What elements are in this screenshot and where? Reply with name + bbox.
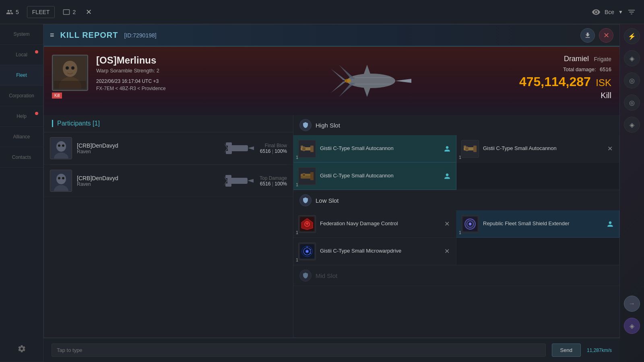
participant-avatar-2 xyxy=(50,170,72,192)
sidebar-label-local: Local xyxy=(16,52,27,58)
modal-close-button[interactable]: ✕ xyxy=(599,28,613,43)
svg-rect-24 xyxy=(226,142,232,146)
pilot-name: [OS]Merlinus xyxy=(96,55,166,66)
ship-name: Dramiel xyxy=(564,55,589,63)
hamburger-icon[interactable]: ≡ xyxy=(50,31,54,39)
export-button[interactable] xyxy=(580,28,595,43)
raven-ship-svg-2 xyxy=(223,172,254,190)
sidebar-item-system[interactable]: System xyxy=(0,24,43,45)
sidebar-label-alliance: Alliance xyxy=(13,134,30,140)
svg-point-64 xyxy=(306,250,308,253)
right-icon-6[interactable]: → xyxy=(624,296,640,312)
svg-rect-35 xyxy=(225,175,231,178)
low-slot-item-1-right[interactable]: 1 + Republic Fleet Small Shield Extender xyxy=(456,210,619,238)
right-icon-2[interactable]: ◈ xyxy=(624,50,640,66)
fitted-icon-2 xyxy=(443,172,451,180)
high-slot-items: 1 Gistii C-Type Small Autocannon xyxy=(293,135,619,190)
participants-panel: Participants [1] [CRB]DenDavyd Raven xyxy=(44,115,293,337)
ship-svg xyxy=(315,53,411,109)
svg-rect-40 xyxy=(310,146,314,152)
remove-item-1r[interactable]: ✕ xyxy=(606,143,614,154)
pilot-avatar xyxy=(52,55,88,91)
svg-marker-11 xyxy=(363,86,371,97)
svg-rect-36 xyxy=(225,183,231,187)
sidebar-item-help[interactable]: Help xyxy=(0,106,43,127)
med-slot-section-partial: Mid Slot xyxy=(293,265,619,286)
sidebar-item-contacts[interactable]: Contacts xyxy=(0,147,43,168)
svg-point-18 xyxy=(56,141,66,152)
high-slot-item-1[interactable]: 1 Gistii C-Type Small Autocannon xyxy=(293,135,456,162)
high-slot-title: High Slot xyxy=(316,122,340,129)
participant-stat-label-2: Top Damage xyxy=(260,175,287,181)
monitor-count: 2 xyxy=(63,8,76,16)
participant-stats-1: Final Blow 6516 | 100% xyxy=(260,143,287,154)
high-item-name-1r: Gistii C-Type Small Autocannon xyxy=(483,145,602,152)
shield-extender-svg: + xyxy=(463,217,477,231)
kill-report-modal: ≡ KILL REPORT [ID:7290198] ✕ xyxy=(43,24,620,338)
low-slot-section: Low Slot 1 + xyxy=(293,190,619,265)
ship-class: Frigate xyxy=(594,56,611,62)
send-button[interactable]: Send xyxy=(552,343,581,357)
med-slot-header-partial: Mid Slot xyxy=(293,265,619,286)
bottom-bar: Send 11,287km/s xyxy=(43,338,620,362)
participant-name-2: [CRB]DenDavyd xyxy=(77,175,218,181)
low-slot-item-1[interactable]: 1 + Federation Navy Damage Control ✕ xyxy=(293,210,456,238)
person-icon-shield xyxy=(606,220,614,228)
participant-face-2 xyxy=(51,171,71,191)
low-slot-item-2[interactable]: 1 xyxy=(293,238,456,265)
pilot-avatar-container: Kill xyxy=(52,55,88,99)
high-slot-icon xyxy=(299,119,312,131)
svg-point-6 xyxy=(347,74,395,88)
participant-entry-2: [CRB]DenDavyd Raven xyxy=(44,165,293,197)
svg-point-3 xyxy=(66,66,69,70)
notification-dot-help xyxy=(35,112,38,115)
participant-name-1: [CRB]DenDavyd xyxy=(77,142,218,149)
sidebar-item-settings[interactable] xyxy=(0,337,43,362)
svg-rect-49 xyxy=(310,172,314,180)
sidebar-item-fleet[interactable]: Fleet xyxy=(0,65,43,86)
med-slot-title-partial: Mid Slot xyxy=(316,272,337,279)
top-bar-left: 5 FLEET 2 ✕ xyxy=(0,6,100,19)
isk-value: 475,114,287 xyxy=(519,74,591,89)
kill-time: 2022/06/23 16:17:04 UTC +3 xyxy=(96,78,166,84)
high-slot-item-2[interactable]: 1 Gistii C-Type Small Autocannon xyxy=(293,162,456,190)
sidebar-item-local[interactable]: Local xyxy=(0,45,43,65)
svg-point-12 xyxy=(345,79,351,83)
participant-info-1: [CRB]DenDavyd Raven xyxy=(77,142,218,154)
participant-avatar-1 xyxy=(50,137,72,159)
remove-low-item-1[interactable]: ✕ xyxy=(443,218,451,229)
dropdown-arrow-icon[interactable]: ▼ xyxy=(618,9,623,15)
participant-ship-1: Raven xyxy=(77,149,218,154)
person-icon-2 xyxy=(443,172,451,180)
filter-label: Все xyxy=(605,9,614,15)
chat-input[interactable] xyxy=(52,343,546,357)
remove-low-item-2[interactable]: ✕ xyxy=(443,246,451,257)
svg-rect-33 xyxy=(227,178,248,184)
shield-extender-icon: + xyxy=(461,215,479,233)
svg-rect-42 xyxy=(301,146,303,147)
users-icon xyxy=(6,8,13,16)
fleet-tab[interactable]: FLEET xyxy=(27,6,55,18)
topbar-close-button[interactable]: ✕ xyxy=(84,6,94,19)
sidebar-item-alliance[interactable]: Alliance xyxy=(0,127,43,147)
low-item-count-1: 1 xyxy=(296,230,298,235)
low-slot-item-2-right xyxy=(456,238,619,265)
right-icon-4[interactable]: ◎ xyxy=(624,95,640,111)
right-sidebar: ⚡ ◈ ◎ ◎ ◈ → ◈ xyxy=(620,24,644,362)
svg-rect-44 xyxy=(473,146,477,152)
fitted-icon-1 xyxy=(443,145,451,153)
svg-marker-23 xyxy=(248,146,254,150)
right-icon-1[interactable]: ⚡ xyxy=(624,28,640,44)
svg-point-45 xyxy=(465,147,469,151)
right-icon-5[interactable]: ◈ xyxy=(624,117,640,133)
right-icon-3[interactable]: ◎ xyxy=(624,72,640,88)
right-icon-bottom[interactable]: ◈ xyxy=(624,318,640,334)
isk-label: ISK xyxy=(596,77,611,88)
svg-point-21 xyxy=(62,144,64,147)
low-slot-items: 1 + Federation Navy Damage Control ✕ xyxy=(293,210,619,265)
high-slot-item-1-right[interactable]: 1 Gistii C-Type Small Autocannon ✕ xyxy=(456,135,619,162)
autocannon-icon-2 xyxy=(298,167,316,185)
sidebar-item-corporation[interactable]: Corporation xyxy=(0,86,43,106)
svg-point-41 xyxy=(302,147,306,151)
svg-marker-34 xyxy=(248,179,254,183)
